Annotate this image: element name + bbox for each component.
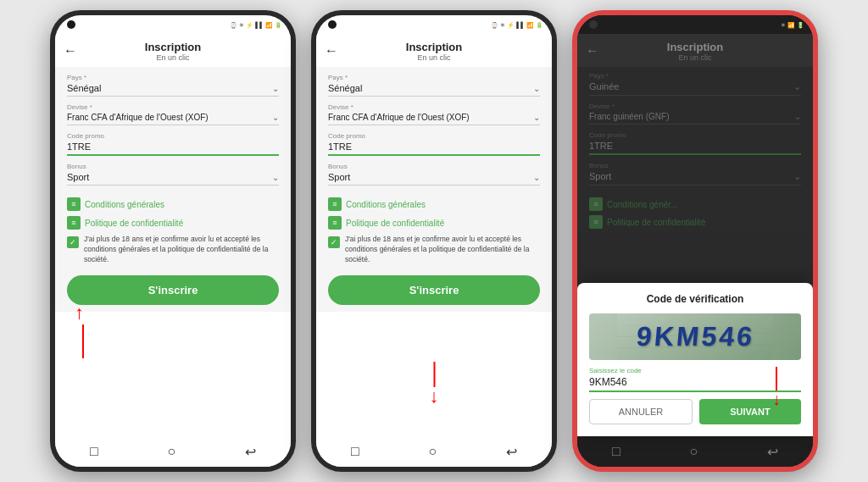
age-checkbox[interactable]: ✓ [67, 236, 79, 248]
field-devise-label-3: Devise * [589, 102, 801, 110]
field-bonus: Bonus Sport ⌄ [67, 163, 279, 186]
field-pays-label: Pays * [67, 74, 279, 81]
conditions-link-row: ≡ Conditions générales [67, 197, 279, 211]
arrow-2-stem [433, 362, 435, 387]
conditions-link-row-2: ≡ Conditions générales [328, 197, 540, 211]
field-promo-value-2[interactable]: 1TRE [328, 141, 540, 156]
field-promo-label: Code promo [67, 132, 279, 140]
punch-hole-3 [589, 20, 598, 29]
phone-2-screen: ⌚ ✳ ⚡ ▌▌ 📶 🔋 ← Inscription En un clic Pa… [316, 15, 552, 467]
back-arrow-2[interactable]: ← [325, 43, 338, 58]
chevron-bonus-2: ⌄ [533, 173, 540, 182]
privacy-icon: ≡ [67, 216, 81, 230]
phone-1-status-bar: ⌚ ✳ ⚡ ▌▌ 📶 🔋 [55, 15, 291, 34]
phone-2-form: Pays * Sénégal ⌄ Devise * Franc CFA d'Af… [316, 67, 552, 312]
field-devise-2: Devise * Franc CFA d'Afrique de l'Ouest … [328, 103, 540, 125]
field-pays-value-2[interactable]: Sénégal ⌄ [328, 83, 540, 97]
arrow-3-stem [776, 367, 777, 391]
age-checkbox-2[interactable]: ✓ [328, 236, 340, 248]
punch-hole-2 [328, 20, 337, 29]
phone-2: ⌚ ✳ ⚡ ▌▌ 📶 🔋 ← Inscription En un clic Pa… [311, 10, 557, 472]
punch-hole [67, 20, 75, 29]
cond-icon-3: ≡ [589, 197, 603, 211]
nav-back-2[interactable]: ↩ [506, 444, 517, 460]
conditions-icon: ≡ [67, 197, 81, 211]
arrow-1-container: ↓ [74, 306, 84, 358]
cond-row-3: ≡ Conditions génér... [589, 197, 801, 211]
submit-button[interactable]: S'inscrire [67, 275, 279, 305]
chevron-bonus: ⌄ [272, 173, 279, 182]
header-title: Inscription [67, 41, 279, 53]
header-title-3: Inscription [589, 41, 801, 53]
field-devise-value[interactable]: Franc CFA d'Afrique de l'Ouest (XOF) ⌄ [67, 113, 279, 125]
submit-button-2[interactable]: S'inscrire [328, 275, 540, 305]
phone-3-form-dim: Pays * Guinée ⌄ Devise * Franc guinéen (… [577, 67, 813, 234]
field-pays-label-3: Pays * [589, 72, 801, 80]
nav-home[interactable]: □ [90, 444, 98, 459]
privacy-link-2[interactable]: Politique de confidentialité [346, 219, 444, 228]
arrow-1: ↓ [74, 306, 84, 324]
field-pays: Pays * Sénégal ⌄ [67, 74, 279, 97]
status-icons: ⌚ ✳ ⚡ ▌▌ 📶 🔋 [230, 22, 282, 29]
field-pays-value[interactable]: Sénégal ⌄ [67, 83, 279, 97]
conditions-icon-2: ≡ [328, 197, 342, 211]
bottom-nav-3: □ ○ ↩ [577, 436, 813, 467]
field-devise-label: Devise * [67, 103, 279, 111]
phone-3-screen: ✳ 📶 🔋 ← Inscription En un clic Pays * Gu… [577, 15, 813, 467]
privacy-link[interactable]: Politique de confidentialité [85, 219, 183, 228]
cond-link-3: Conditions génér... [607, 200, 677, 209]
field-devise-3: Devise * Franc guinéen (GNF) ⌄ [589, 102, 801, 125]
arrow-3-container: ↓ [772, 367, 781, 407]
arrow-2-container: ↓ [430, 362, 439, 406]
nav-home-3[interactable]: □ [612, 444, 620, 459]
field-bonus-value-2[interactable]: Sport ⌄ [328, 172, 540, 186]
field-promo-label-2: Code promo [328, 132, 540, 140]
nav-circle-3[interactable]: ○ [689, 444, 698, 459]
field-promo-2: Code promo 1TRE [328, 132, 540, 156]
nav-circle[interactable]: ○ [167, 444, 175, 459]
field-promo: Code promo 1TRE [67, 132, 279, 156]
privacy-link-row-2: ≡ Politique de confidentialité [328, 216, 540, 230]
conditions-link-2[interactable]: Conditions générales [346, 200, 426, 209]
phones-container: ⌚ ✳ ⚡ ▌▌ 📶 🔋 ← Inscription En un clic Pa… [0, 0, 868, 482]
header-subtitle: En un clic [67, 53, 279, 62]
field-promo-value[interactable]: 1TRE [67, 141, 279, 156]
privacy-link-row: ≡ Politique de confidentialité [67, 216, 279, 230]
nav-circle-2[interactable]: ○ [428, 444, 437, 459]
field-bonus-3: Bonus Sport ⌄ [589, 162, 801, 186]
nav-back[interactable]: ↩ [245, 444, 256, 460]
header-subtitle-3: En un clic [589, 53, 801, 62]
field-devise-label-2: Devise * [328, 103, 540, 111]
phone-1-form: Pays * Sénégal ⌄ Devise * Franc CFA d'Af… [55, 67, 291, 312]
cancel-button[interactable]: ANNULER [589, 399, 693, 424]
conditions-link[interactable]: Conditions générales [85, 200, 164, 209]
nav-back-3[interactable]: ↩ [767, 444, 778, 460]
dialog-buttons: ANNULER SUIVANT [589, 399, 801, 424]
field-devise-value-2[interactable]: Franc CFA d'Afrique de l'Ouest (XOF) ⌄ [328, 113, 540, 125]
field-pays-3: Pays * Guinée ⌄ [589, 72, 801, 96]
captcha-text: 9KM546 [635, 321, 755, 352]
field-promo-label-3: Code promo [589, 131, 801, 139]
code-input-area: Saisissez le code 9KM546 [589, 367, 801, 392]
checkbox-label-2: J'ai plus de 18 ans et je confirme avoir… [345, 235, 540, 265]
suivant-button[interactable]: SUIVANT [699, 399, 801, 424]
checkbox-label: J'ai plus de 18 ans et je confirme avoir… [84, 235, 279, 265]
phone-2-app-header: ← Inscription En un clic [316, 34, 552, 67]
bottom-nav-2: □ ○ ↩ [316, 436, 552, 467]
code-label: Saisissez le code [589, 367, 801, 374]
field-devise-value-3: Franc guinéen (GNF) ⌄ [589, 112, 801, 125]
field-bonus-value[interactable]: Sport ⌄ [67, 172, 279, 186]
field-bonus-label-2: Bonus [328, 163, 540, 170]
phone-3-status-bar: ✳ 📶 🔋 [577, 15, 813, 34]
phone-3-app-header: ← Inscription En un clic [577, 34, 813, 67]
field-pays-value-3: Guinée ⌄ [589, 81, 801, 96]
chevron-pays-2: ⌄ [533, 84, 540, 93]
field-pays-2: Pays * Sénégal ⌄ [328, 74, 540, 97]
chevron-3: ⌄ [793, 81, 801, 92]
captcha-image: 9KM546 [589, 313, 801, 360]
nav-home-2[interactable]: □ [351, 444, 359, 459]
back-arrow[interactable]: ← [64, 43, 77, 58]
code-value[interactable]: 9KM546 [589, 376, 801, 392]
field-bonus-label-3: Bonus [589, 162, 801, 169]
status-icons-3: ✳ 📶 🔋 [781, 22, 804, 29]
